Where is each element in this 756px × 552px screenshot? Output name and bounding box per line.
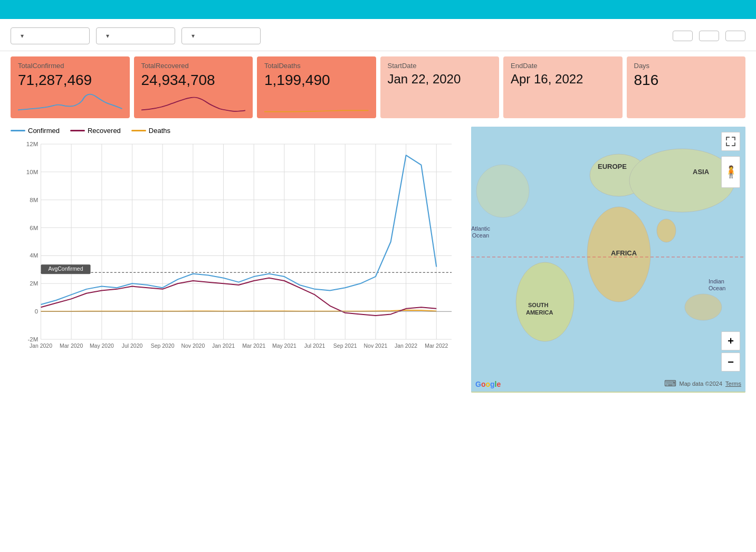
legend-item-deaths: Deaths: [131, 127, 170, 135]
keyboard-icon: ⌨: [664, 378, 676, 388]
page-header: [0, 0, 756, 19]
chart-svg: -2M02M4M6M8M10M12MJan 2020Mar 2020May 20…: [11, 139, 463, 366]
stat-value-recovered: 24,934,708: [141, 72, 246, 89]
svg-text:May 2020: May 2020: [90, 343, 114, 349]
svg-text:Jul 2020: Jul 2020: [122, 343, 143, 349]
svg-point-56: [685, 294, 722, 320]
person-icon: 🧍: [724, 165, 738, 179]
svg-text:Sep 2021: Sep 2021: [333, 343, 357, 349]
stat-label-recovered: TotalRecovered: [141, 62, 246, 70]
svg-text:-2M: -2M: [27, 336, 38, 342]
svg-text:EUROPE: EUROPE: [598, 163, 627, 170]
country-select[interactable]: ▾: [181, 27, 261, 44]
download-button[interactable]: [725, 31, 745, 41]
stat-card-days: Days816: [627, 56, 746, 118]
svg-text:8M: 8M: [30, 197, 38, 203]
svg-text:Sep 2020: Sep 2020: [151, 343, 175, 349]
map-footer: ⌨ Map data ©2024 Terms: [664, 378, 741, 388]
map-person-button[interactable]: 🧍: [721, 156, 740, 188]
svg-text:2M: 2M: [30, 281, 38, 287]
svg-text:4M: 4M: [30, 253, 38, 259]
map-expand-button[interactable]: [721, 132, 740, 151]
legend-label-recovered: Recovered: [88, 127, 121, 135]
stat-value-end_date: Apr 16, 2022: [511, 72, 615, 87]
map-svg: EUROPE ASIA Atlantic Ocean AFRICA SOUTH …: [471, 127, 745, 393]
stat-label-end_date: EndDate: [511, 62, 615, 70]
svg-text:12M: 12M: [26, 141, 38, 147]
svg-text:Ocean: Ocean: [472, 232, 489, 239]
chart-legend: ConfirmedRecoveredDeaths: [11, 127, 463, 135]
stat-value-days: 816: [634, 72, 739, 89]
svg-text:AFRICA: AFRICA: [611, 249, 637, 257]
svg-point-54: [476, 165, 529, 217]
stat-value-confirmed: 71,287,469: [18, 72, 122, 89]
get-link-button[interactable]: [673, 31, 693, 41]
svg-text:Mar 2021: Mar 2021: [242, 343, 265, 349]
map-area: EUROPE ASIA Atlantic Ocean AFRICA SOUTH …: [471, 127, 745, 393]
svg-text:Nov 2020: Nov 2020: [181, 343, 205, 349]
legend-line-confirmed: [11, 130, 25, 131]
svg-point-52: [629, 149, 735, 212]
svg-text:Indian: Indian: [709, 278, 724, 284]
month-select[interactable]: ▾: [96, 27, 175, 44]
svg-text:Jan 2020: Jan 2020: [30, 343, 52, 349]
stats-row: TotalConfirmed71,287,469TotalRecovered24…: [0, 51, 756, 118]
legend-line-deaths: [131, 130, 146, 131]
svg-text:0: 0: [35, 308, 38, 315]
svg-text:6M: 6M: [30, 225, 38, 231]
mini-chart-deaths: [264, 92, 369, 113]
mini-chart-confirmed: [18, 92, 122, 113]
month-select-chevron: ▾: [106, 32, 109, 40]
svg-text:Jul 2021: Jul 2021: [304, 343, 326, 349]
zoom-in-icon: +: [728, 335, 734, 347]
year-select[interactable]: ▾: [11, 27, 90, 44]
reset-button[interactable]: [699, 31, 719, 41]
stat-value-start_date: Jan 22, 2020: [388, 72, 492, 87]
stat-card-start_date: StartDateJan 22, 2020: [380, 56, 500, 118]
stat-label-days: Days: [634, 62, 739, 70]
legend-label-confirmed: Confirmed: [28, 127, 60, 135]
legend-line-recovered: [70, 130, 85, 131]
svg-text:May 2021: May 2021: [272, 343, 296, 349]
svg-text:SOUTH: SOUTH: [528, 302, 549, 308]
year-select-chevron: ▾: [21, 32, 24, 40]
legend-item-recovered: Recovered: [70, 127, 121, 135]
toolbar: ▾ ▾ ▾: [0, 19, 756, 51]
chart-area: ConfirmedRecoveredDeaths -2M02M4M6M8M10M…: [11, 127, 463, 393]
mini-chart-recovered: [141, 92, 246, 113]
map-terms-link[interactable]: Terms: [725, 380, 741, 387]
stat-card-recovered: TotalRecovered24,934,708: [134, 56, 253, 118]
svg-text:Jan 2022: Jan 2022: [395, 343, 417, 349]
svg-text:ASIA: ASIA: [693, 168, 710, 176]
stat-card-confirmed: TotalConfirmed71,287,469: [11, 56, 130, 118]
zoom-out-icon: −: [728, 356, 734, 368]
stat-card-end_date: EndDateApr 16, 2022: [503, 56, 623, 118]
svg-text:Jan 2021: Jan 2021: [212, 343, 235, 349]
legend-item-confirmed: Confirmed: [11, 127, 60, 135]
map-data-label: Map data ©2024: [680, 380, 723, 387]
svg-text:Mar 2020: Mar 2020: [60, 343, 83, 349]
svg-point-55: [657, 219, 676, 242]
map-zoom-out-button[interactable]: −: [721, 353, 740, 372]
google-logo: Google: [475, 380, 501, 388]
stat-label-deaths: TotalDeaths: [264, 62, 369, 70]
svg-text:Atlantic: Atlantic: [471, 225, 491, 232]
svg-text:Ocean: Ocean: [709, 285, 725, 291]
map-placeholder: EUROPE ASIA Atlantic Ocean AFRICA SOUTH …: [471, 127, 745, 393]
svg-text:AMERICA: AMERICA: [526, 309, 553, 316]
main-content: ConfirmedRecoveredDeaths -2M02M4M6M8M10M…: [0, 118, 756, 401]
svg-text:Nov 2021: Nov 2021: [364, 343, 388, 349]
legend-label-deaths: Deaths: [149, 127, 170, 135]
stat-card-deaths: TotalDeaths1,199,490: [257, 56, 376, 118]
svg-text:10M: 10M: [26, 169, 38, 175]
svg-text:Mar 2022: Mar 2022: [425, 343, 448, 349]
map-zoom-in-button[interactable]: +: [721, 331, 740, 350]
country-select-chevron: ▾: [192, 32, 195, 40]
stat-label-confirmed: TotalConfirmed: [18, 62, 122, 70]
stat-label-start_date: StartDate: [388, 62, 492, 70]
stat-value-deaths: 1,199,490: [264, 72, 369, 89]
chart-container: -2M02M4M6M8M10M12MJan 2020Mar 2020May 20…: [11, 139, 463, 366]
svg-text:AvgConfirmed: AvgConfirmed: [49, 266, 83, 272]
